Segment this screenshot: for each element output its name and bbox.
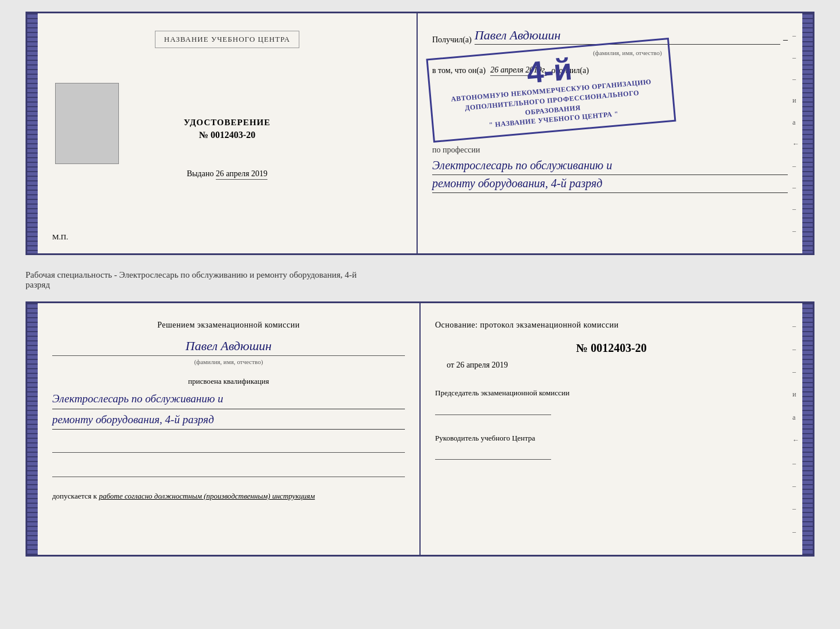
- profession-label: по профессии: [432, 146, 788, 155]
- issued-label: Выдано: [187, 169, 214, 178]
- vtom-date: 26 апреля 2019г.: [490, 66, 546, 76]
- qualification-line2: ремонту оборудования, 4-й разряд: [52, 412, 405, 430]
- date-value: 26 апреля 2019: [456, 361, 508, 369]
- допускается-block: допускается к работе согласно должностны…: [52, 492, 405, 501]
- received-name: Павел Авдюшин: [475, 28, 780, 45]
- stamp-line2: ДОПОЛНИТЕЛЬНОГО ПРОФЕССИОНАЛЬНОГО ОБРАЗО…: [441, 86, 664, 125]
- fio-subtitle-top: (фамилия, имя, отчество): [432, 49, 788, 56]
- bottom-right-page: Основание: протокол экзаменационной коми…: [421, 303, 802, 555]
- assigned-label: присвоена квалификация: [52, 377, 405, 386]
- page-wrapper: НАЗВАНИЕ УЧЕБНОГО ЦЕНТРА УДОСТОВЕРЕНИЕ №…: [12, 12, 828, 557]
- left-page-top: НАЗВАНИЕ УЧЕБНОГО ЦЕНТРА УДОСТОВЕРЕНИЕ №…: [38, 13, 418, 253]
- spine-right-top: [802, 13, 813, 253]
- chairman-block: Председатель экзаменационной комиссии: [435, 387, 788, 415]
- protocol-number: № 0012403-20: [435, 341, 788, 355]
- specialty-text: Рабочая специальность - Электрослесарь п…: [26, 270, 357, 279]
- protocol-date: от 26 апреля 2019: [447, 361, 788, 370]
- cert-number: № 0012403-20: [184, 130, 271, 140]
- received-prefix: Получил(а): [432, 35, 472, 45]
- vtom-line: в том, что он(а) 26 апреля 2019г. окончи…: [432, 66, 788, 76]
- vtom-suffix: окончил(а): [551, 66, 589, 75]
- underline-1: [52, 441, 405, 453]
- profession-value2: ремонту оборудования, 4-й разряд: [432, 175, 788, 193]
- head-block: Руководитель учебного Центра: [435, 432, 788, 460]
- date-prefix: от: [447, 361, 454, 369]
- stamp-line3: " НАЗВАНИЕ УЧЕБНОГО ЦЕНТРА ": [442, 105, 665, 134]
- cert-udost-block: УДОСТОВЕРЕНИЕ № 0012403-20: [184, 118, 271, 140]
- osnov-title: Основание: протокол экзаменационной коми…: [435, 321, 788, 330]
- vtom-prefix: в том, что он(а): [432, 66, 486, 75]
- received-line: Получил(а) Павел Авдюшин –: [432, 28, 788, 45]
- underline-2: [52, 466, 405, 477]
- head-label: Руководитель учебного Центра: [435, 432, 788, 444]
- spine-left-bottom: [27, 303, 38, 555]
- right-page-top: Получил(а) Павел Авдюшин – (фамилия, имя…: [418, 13, 802, 253]
- center-label: НАЗВАНИЕ УЧЕБНОГО ЦЕНТРА: [155, 31, 299, 48]
- right-dashes-top: – – – и а ← – – – –: [792, 13, 799, 253]
- chairman-label: Председатель экзаменационной комиссии: [435, 387, 788, 399]
- document-bottom: Решением экзаменационной комиссии Павел …: [26, 301, 814, 557]
- spine-left: [27, 13, 38, 253]
- specialty-text2: разряд: [26, 280, 50, 289]
- mp-label: М.П.: [52, 232, 68, 242]
- допускается-text: работе согласно должностным (производств…: [99, 492, 314, 500]
- cert-issued: Выдано 26 апреля 2019: [187, 169, 267, 179]
- spine-right-bottom: [802, 303, 813, 555]
- profession-block: по профессии Электрослесарь по обслужива…: [432, 146, 788, 193]
- commission-title: Решением экзаменационной комиссии: [52, 321, 405, 330]
- fio-subtitle-bottom: (фамилия, имя, отчество): [52, 358, 405, 365]
- head-signature-line: [435, 448, 551, 460]
- profession-value1: Электрослесарь по обслуживанию и: [432, 157, 788, 175]
- допускается-prefix: допускается к: [52, 492, 97, 500]
- cert-type: УДОСТОВЕРЕНИЕ: [184, 118, 271, 128]
- bottom-left-page: Решением экзаменационной комиссии Павел …: [38, 303, 421, 555]
- extra-lines: [52, 441, 405, 477]
- document-top: НАЗВАНИЕ УЧЕБНОГО ЦЕНТРА УДОСТОВЕРЕНИЕ №…: [26, 12, 814, 255]
- received-dash: –: [783, 34, 788, 45]
- person-name-bottom: Павел Авдюшин: [52, 339, 405, 356]
- chairman-signature-line: [435, 403, 551, 415]
- qualification-line1: Электрослесарь по обслуживанию и: [52, 391, 405, 409]
- cert-title-block: НАЗВАНИЕ УЧЕБНОГО ЦЕНТРА: [155, 31, 299, 48]
- issued-date: 26 апреля 2019: [216, 169, 267, 180]
- right-dashes-bottom: – – – и а ← – – – –: [792, 303, 799, 555]
- specialty-line: Рабочая специальность - Электрослесарь п…: [26, 266, 814, 291]
- photo-placeholder: [55, 83, 119, 164]
- stamp-line1: АВТОНОМНУЮ НЕКОММЕРЧЕСКУЮ ОРГАНИЗАЦИЮ: [440, 76, 662, 105]
